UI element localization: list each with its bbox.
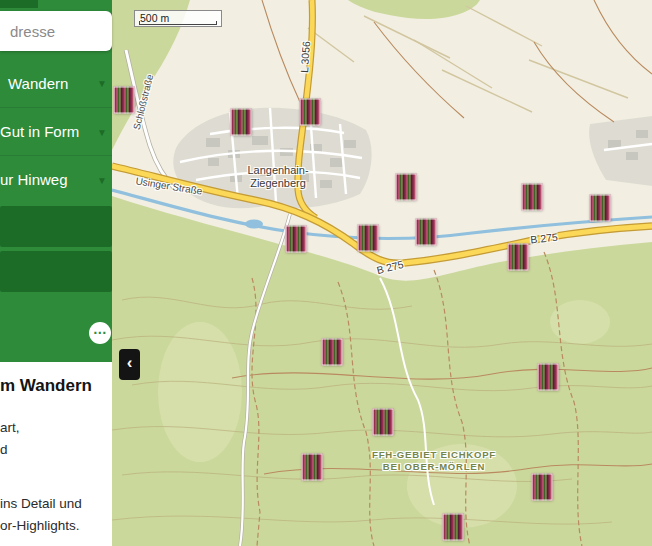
scale-bar: 500 m — [134, 10, 222, 27]
sidebar: Wandern ▼ Gut in Form ▼ ur Hinweg ▼ ⋯ m … — [0, 0, 112, 546]
info-panel-heading: m Wandern — [0, 376, 92, 396]
address-search-input[interactable] — [0, 11, 112, 51]
panel-collapse-button[interactable]: ‹ — [119, 349, 140, 380]
info-panel-text: d — [0, 442, 8, 457]
photo-marker[interactable] — [302, 454, 323, 481]
photo-marker[interactable] — [231, 109, 252, 136]
menu-item-gut-in-form[interactable]: Gut in Form ▼ — [0, 107, 112, 155]
menu-item-wandern[interactable]: Wandern ▼ — [0, 59, 112, 107]
menu-item-label: Wandern — [8, 75, 68, 92]
photo-marker[interactable] — [590, 195, 611, 222]
photo-marker[interactable] — [358, 225, 379, 252]
address-search — [0, 11, 112, 51]
photo-marker[interactable] — [532, 474, 553, 501]
photo-marker[interactable] — [300, 99, 321, 126]
photo-marker[interactable] — [443, 514, 464, 541]
scale-line — [139, 21, 217, 25]
more-options-button[interactable]: ⋯ — [89, 322, 111, 344]
menu-item-label: Gut in Form — [0, 123, 79, 140]
photo-marker[interactable] — [522, 184, 543, 211]
sidebar-menu: Wandern ▼ Gut in Form ▼ ur Hinweg ▼ — [0, 59, 112, 203]
chevron-down-icon: ▼ — [97, 174, 107, 185]
info-panel: m Wandern art, d ins Detail und or-Highl… — [0, 362, 112, 546]
menu-item-label: ur Hinweg — [0, 171, 68, 188]
chevron-down-icon: ▼ — [97, 126, 107, 137]
photo-marker[interactable] — [114, 87, 135, 114]
info-panel-text: ins Detail und — [0, 496, 82, 511]
photo-marker[interactable] — [508, 244, 529, 271]
map-canvas — [112, 0, 652, 546]
map-viewport[interactable]: L 3056 Schloßstraße Usinger Straße B 275… — [112, 0, 652, 546]
photo-marker[interactable] — [538, 364, 559, 391]
collapsed-section-bar-1[interactable] — [0, 206, 112, 247]
sidebar-top-strip — [0, 0, 38, 8]
menu-item-nur-hinweg[interactable]: ur Hinweg ▼ — [0, 155, 112, 203]
photo-marker[interactable] — [396, 174, 417, 201]
chevron-down-icon: ▼ — [97, 78, 107, 89]
photo-marker[interactable] — [373, 409, 394, 436]
ellipsis-icon: ⋯ — [93, 325, 107, 339]
chevron-left-icon: ‹ — [127, 353, 133, 373]
photo-marker[interactable] — [286, 226, 307, 253]
photo-marker[interactable] — [322, 339, 343, 366]
collapsed-section-bar-2[interactable] — [0, 251, 112, 292]
info-panel-text: art, — [0, 420, 20, 435]
info-panel-text: or-Highlights. — [0, 518, 80, 533]
photo-marker[interactable] — [416, 219, 437, 246]
app-window: L 3056 Schloßstraße Usinger Straße B 275… — [0, 0, 652, 546]
